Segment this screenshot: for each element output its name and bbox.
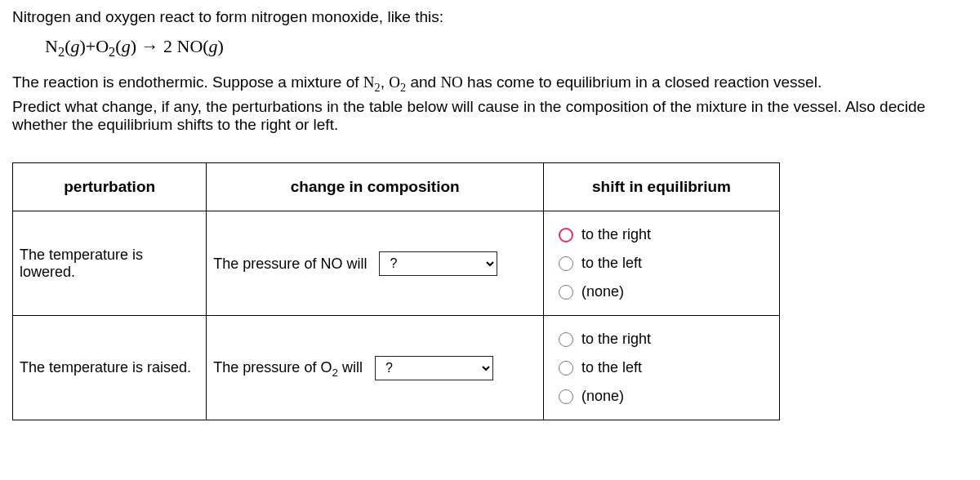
radio-input[interactable]: [559, 389, 573, 404]
radio-label: to the left: [581, 255, 642, 272]
change-cell: The pressure of O2 will ?: [207, 316, 544, 420]
radio-option-none[interactable]: (none): [559, 388, 773, 405]
pressure-select[interactable]: ?: [379, 251, 497, 276]
radio-option-left[interactable]: to the left: [559, 359, 773, 376]
radio-option-right[interactable]: to the right: [559, 331, 773, 348]
pressure-select[interactable]: ?: [375, 356, 493, 380]
radio-input[interactable]: [559, 332, 573, 347]
radio-option-right[interactable]: to the right: [559, 226, 773, 243]
radio-input[interactable]: [559, 228, 573, 242]
chemical-equation: N2(g)+O2(g) → 2 NO(g): [45, 36, 968, 57]
radio-label: (none): [581, 388, 624, 405]
perturbation-table: perturbation change in composition shift…: [12, 162, 780, 420]
change-prefix: The pressure of NO will: [213, 255, 367, 271]
perturbation-text: The temperature is raised.: [13, 316, 207, 420]
radio-input[interactable]: [559, 361, 573, 376]
table-row: The temperature is lowered. The pressure…: [13, 211, 780, 316]
radio-option-left[interactable]: to the left: [559, 255, 773, 272]
radio-input[interactable]: [559, 256, 573, 271]
radio-option-none[interactable]: (none): [559, 283, 773, 300]
header-perturbation: perturbation: [13, 163, 207, 211]
radio-label: to the right: [581, 331, 651, 348]
paragraph-1: The reaction is endothermic. Suppose a m…: [12, 73, 968, 91]
perturbation-text: The temperature is lowered.: [13, 211, 207, 316]
radio-label: to the right: [581, 226, 651, 243]
intro-text: Nitrogen and oxygen react to form nitrog…: [12, 8, 968, 26]
shift-cell: to the right to the left (none): [544, 316, 780, 420]
paragraph-2: Predict what change, if any, the perturb…: [12, 98, 968, 134]
change-prefix: The pressure of O2 will: [213, 359, 363, 376]
header-shift: shift in equilibrium: [544, 163, 780, 211]
shift-cell: to the right to the left (none): [544, 211, 780, 316]
radio-input[interactable]: [559, 285, 573, 300]
radio-label: (none): [581, 283, 624, 300]
radio-label: to the left: [581, 359, 642, 376]
change-cell: The pressure of NO will ?: [207, 211, 544, 316]
table-row: The temperature is raised. The pressure …: [13, 316, 780, 420]
header-change: change in composition: [207, 163, 544, 211]
